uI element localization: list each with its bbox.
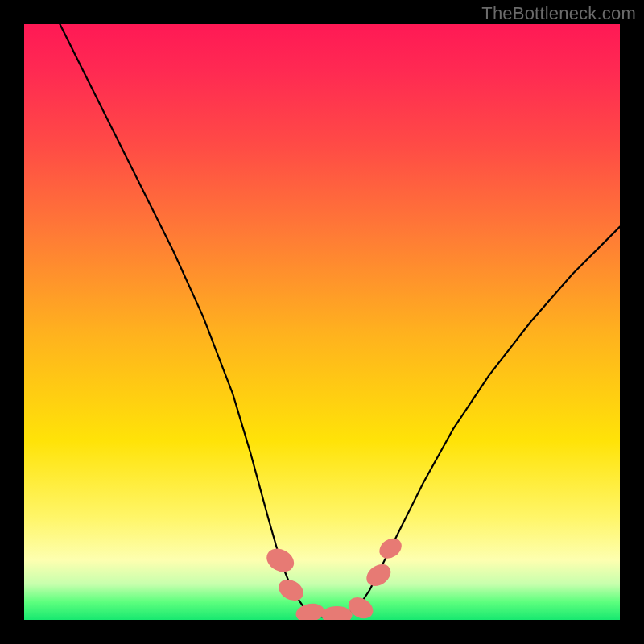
curve-layer xyxy=(24,24,620,620)
plot-area xyxy=(24,24,620,620)
marker-ellipse xyxy=(362,559,394,590)
marker-ellipse xyxy=(295,601,326,620)
marker-ellipse xyxy=(262,544,298,576)
marker-ellipse xyxy=(321,606,352,620)
curve-markers xyxy=(262,535,405,620)
curve-line xyxy=(60,24,620,617)
chart-frame: TheBottleneck.com xyxy=(0,0,644,644)
marker-ellipse xyxy=(275,576,307,605)
marker-ellipse xyxy=(376,535,406,563)
bottleneck-curve xyxy=(60,24,620,617)
watermark-text: TheBottleneck.com xyxy=(481,3,636,24)
